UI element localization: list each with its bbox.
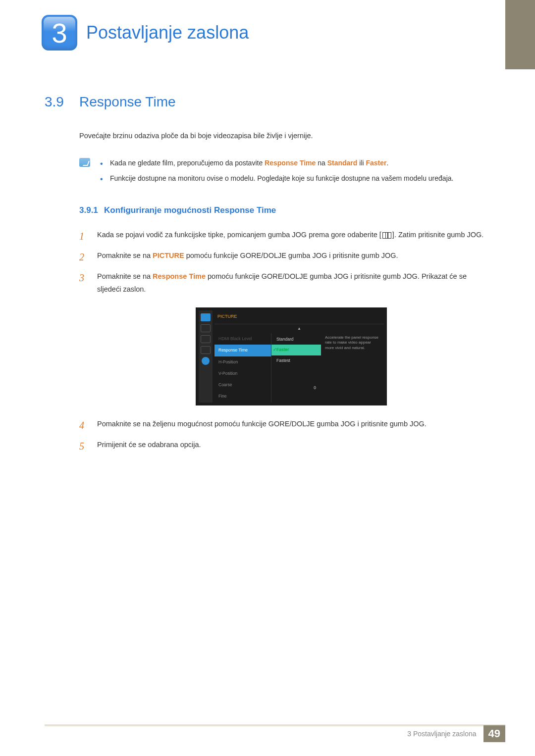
note-item: Kada ne gledate film, preporučujemo da p…	[100, 157, 453, 169]
step-number: 3	[79, 269, 84, 287]
osd-menu-item: V-Position	[214, 368, 271, 379]
osd-sub-item: Standard	[271, 334, 321, 345]
section-number: 3.9	[45, 94, 79, 110]
step: 4 Pomaknite se na željenu mogućnost pomo…	[79, 417, 485, 430]
page-number: 49	[483, 725, 505, 742]
step-number: 2	[79, 248, 84, 266]
step-number: 4	[79, 416, 84, 434]
osd-icon	[201, 324, 211, 332]
osd-sub-item-selected: Faster	[271, 345, 321, 355]
osd-menu: HDMI Black Level Response Time H-Positio…	[214, 333, 271, 403]
subsection-title: Konfiguriranje mogućnosti Response Time	[104, 205, 276, 215]
chapter-number-badge: 3	[42, 15, 77, 50]
osd-up-arrow-icon: ▲	[214, 324, 384, 333]
step-number: 5	[79, 437, 84, 455]
note-block: Kada ne gledate film, preporučujemo da p…	[79, 157, 485, 188]
step: 1 Kada se pojavi vodič za funkcijske tip…	[79, 228, 485, 241]
chapter-header: 3 Postavljanje zaslona	[42, 15, 249, 50]
osd-main: PICTURE ▲ HDMI Black Level Response Time…	[214, 310, 384, 402]
osd-icon	[201, 335, 211, 343]
osd-description: Accelerate the panel response rate to ma…	[321, 333, 384, 403]
page-footer: 3 Postavljanje zaslona 49	[45, 724, 505, 741]
osd-title: PICTURE	[214, 310, 384, 324]
osd-menu-item: HDMI Black Level	[214, 333, 271, 345]
section-title: Response Time	[79, 94, 176, 109]
chapter-title: Postavljanje zaslona	[86, 22, 249, 43]
note-item: Funkcije dostupne na monitoru ovise o mo…	[100, 172, 453, 185]
step: 3 Pomaknite se na Response Time pomoću f…	[79, 270, 485, 405]
osd-sub-item: Fastest	[271, 355, 321, 366]
subsection-heading: 3.9.1Konfiguriranje mogućnosti Response …	[79, 205, 485, 215]
section-intro: Povećajte brzinu odaziva ploče da bi boj…	[79, 130, 485, 142]
note-list: Kada ne gledate film, preporučujemo da p…	[100, 157, 453, 188]
osd-submenu: Standard Faster Fastest 0	[271, 333, 321, 403]
osd-picture-icon	[201, 313, 211, 321]
osd-menu-item-selected: Response Time	[214, 345, 271, 356]
osd-menu-item: H-Position	[214, 356, 271, 368]
section-heading: 3.9Response Time	[45, 94, 485, 110]
subsection-number: 3.9.1	[79, 205, 104, 215]
osd-settings-icon	[201, 346, 211, 354]
osd-sidebar	[199, 310, 213, 402]
osd-info-icon	[202, 357, 210, 365]
menu-icon	[382, 232, 391, 239]
footer-text: 3 Postavljanje zaslona	[407, 730, 476, 738]
step: 2 Pomaknite se na PICTURE pomoću funkcij…	[79, 249, 485, 262]
step-number: 1	[79, 227, 84, 245]
page-content: 3.9Response Time Povećajte brzinu odaziv…	[45, 94, 485, 459]
note-icon	[79, 158, 90, 167]
osd-fine-value: 0	[271, 383, 321, 393]
step: 5 Primijenit će se odabrana opcija.	[79, 438, 485, 451]
osd-screenshot: PICTURE ▲ HDMI Black Level Response Time…	[196, 307, 387, 405]
step-list: 1 Kada se pojavi vodič za funkcijske tip…	[79, 228, 485, 451]
osd-fine-row: Fine	[214, 391, 271, 402]
osd-menu-item: Coarse	[214, 379, 271, 391]
decorative-corner-bar	[505, 0, 535, 69]
